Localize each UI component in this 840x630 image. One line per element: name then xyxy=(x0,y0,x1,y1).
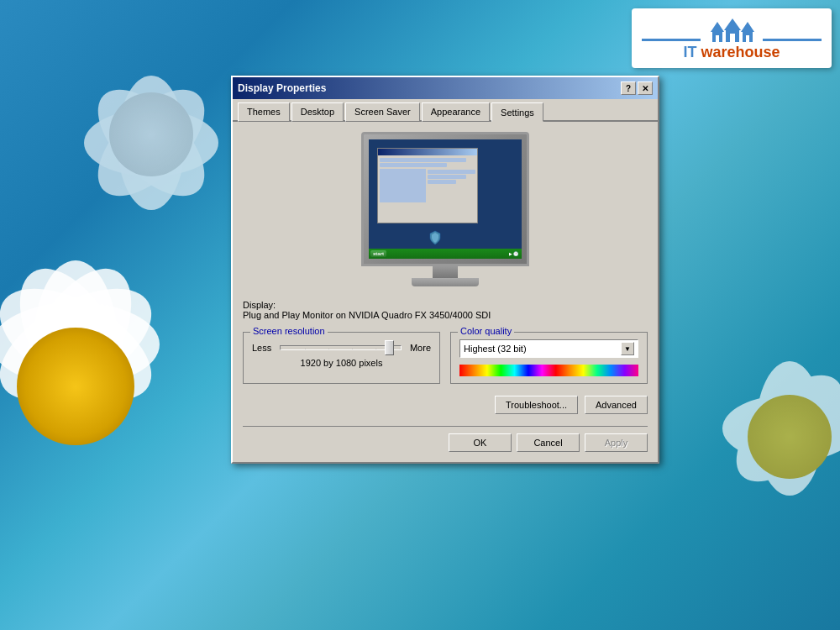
display-properties-dialog: Display Properties ? ✕ Themes Desktop Sc… xyxy=(231,76,659,464)
svg-marker-3 xyxy=(724,18,741,30)
monitor-screen-outer: start ▶ 🕐 xyxy=(361,132,529,266)
tab-appearance[interactable]: Appearance xyxy=(422,102,490,122)
troubleshoot-row: Troubleshoot... Advanced xyxy=(243,396,648,414)
flower-decoration-top xyxy=(84,42,252,277)
display-label-text: Display: xyxy=(243,300,276,310)
monitor-graphic: start ▶ 🕐 xyxy=(361,132,529,286)
monitor-mini-titlebar xyxy=(378,149,477,155)
monitor-screen: start ▶ 🕐 xyxy=(369,139,522,259)
slider-track[interactable]: · · · · · · xyxy=(280,345,402,350)
logo-it: IT xyxy=(683,44,701,60)
flower-decoration-left xyxy=(0,244,235,596)
logo-text: IT warehouse xyxy=(642,44,822,61)
dialog-footer: OK Cancel Apply xyxy=(243,426,648,452)
slider-less-label: Less xyxy=(252,343,271,353)
svg-marker-0 xyxy=(711,22,724,32)
monitor-taskbar: start ▶ 🕐 xyxy=(369,249,522,259)
svg-rect-5 xyxy=(730,34,735,42)
screen-resolution-label: Screen resolution xyxy=(250,326,328,336)
svg-rect-8 xyxy=(746,35,749,42)
help-button[interactable]: ? xyxy=(621,81,636,95)
monitor-preview: start ▶ 🕐 xyxy=(243,132,648,286)
monitor-stand-neck xyxy=(433,266,458,278)
color-quality-selected: Highest (32 bit) xyxy=(464,344,527,354)
dialog-content: start ▶ 🕐 Display: Plug and Play Monitor… xyxy=(233,122,658,462)
close-button[interactable]: ✕ xyxy=(638,81,653,95)
advanced-button[interactable]: Advanced xyxy=(585,396,648,414)
monitor-stand-base xyxy=(412,278,479,286)
title-bar-buttons: ? ✕ xyxy=(621,81,653,95)
logo-warehouse: warehouse xyxy=(701,44,780,60)
troubleshoot-button[interactable]: Troubleshoot... xyxy=(495,396,578,414)
tab-screensaver[interactable]: Screen Saver xyxy=(345,102,420,122)
slider-thumb[interactable] xyxy=(385,340,394,355)
flower-decoration-right xyxy=(655,277,840,580)
dropdown-arrow[interactable]: ▼ xyxy=(621,342,634,355)
color-quality-label: Color quality xyxy=(458,326,514,336)
dialog-title: Display Properties xyxy=(238,82,326,94)
tab-appearance-label: Appearance xyxy=(431,107,480,117)
logo-houses xyxy=(642,15,822,42)
monitor-start-button: start xyxy=(370,250,386,257)
tab-themes[interactable]: Themes xyxy=(238,102,290,122)
logo-line-top xyxy=(642,39,701,41)
apply-button[interactable]: Apply xyxy=(585,433,648,452)
display-value-text: Plug and Play Monitor on NVIDIA Quadro F… xyxy=(243,310,491,320)
slider-more-label: More xyxy=(410,343,431,353)
cancel-button[interactable]: Cancel xyxy=(517,433,580,452)
resolution-value: 1920 by 1080 pixels xyxy=(252,358,431,368)
monitor-mini-window xyxy=(377,148,478,223)
tab-desktop-label: Desktop xyxy=(301,107,334,117)
tab-desktop[interactable]: Desktop xyxy=(291,102,344,122)
title-bar: Display Properties ? ✕ xyxy=(233,77,658,99)
logo-line-bottom xyxy=(763,39,822,41)
tab-settings-label: Settings xyxy=(501,108,534,118)
tab-screensaver-label: Screen Saver xyxy=(354,107,411,117)
monitor-shield xyxy=(429,230,441,247)
svg-rect-2 xyxy=(716,35,719,42)
logo-houses-svg xyxy=(702,15,761,42)
screen-resolution-group: Screen resolution Less · · · · · · xyxy=(243,332,440,384)
tab-settings[interactable]: Settings xyxy=(491,102,543,122)
color-quality-dropdown[interactable]: Highest (32 bit) ▼ xyxy=(459,339,638,358)
ok-button[interactable]: OK xyxy=(449,433,512,452)
display-info: Display: Plug and Play Monitor on NVIDIA… xyxy=(243,300,648,320)
logo-container: IT warehouse xyxy=(632,8,832,68)
settings-row: Screen resolution Less · · · · · · xyxy=(243,332,648,384)
monitor-mini-content xyxy=(378,155,477,204)
tab-strip: Themes Desktop Screen Saver Appearance S… xyxy=(233,99,658,122)
slider-row: Less · · · · · · More xyxy=(252,343,431,353)
svg-marker-6 xyxy=(741,22,754,32)
tab-themes-label: Themes xyxy=(247,107,281,117)
color-quality-bar xyxy=(459,365,638,376)
color-quality-group: Color quality Highest (32 bit) ▼ xyxy=(450,332,648,384)
